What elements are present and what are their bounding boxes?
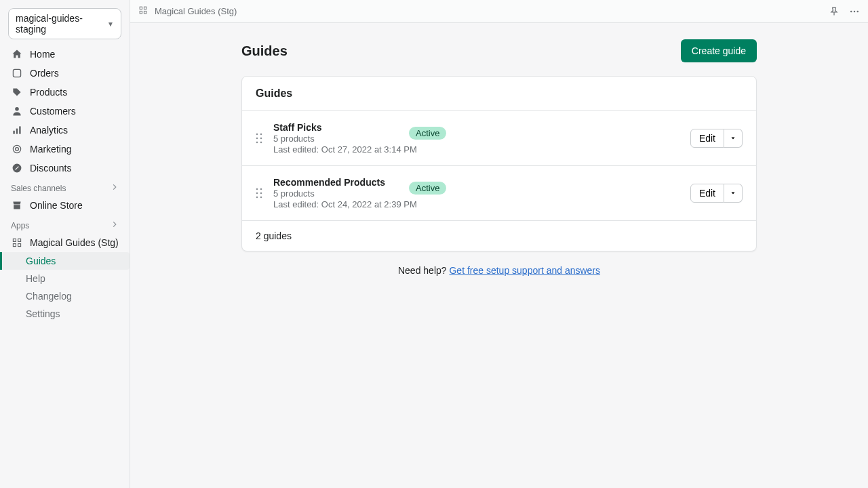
svg-rect-15: [144, 11, 146, 14]
svg-rect-8: [13, 239, 16, 241]
guide-last-edited: Last edited: Oct 27, 2022 at 3:14 PM: [273, 144, 446, 155]
edit-button[interactable]: Edit: [690, 129, 724, 148]
svg-rect-13: [144, 7, 146, 9]
main: Magical Guides (Stg) Guides Create guide…: [130, 0, 868, 488]
help-link[interactable]: Get free setup support and answers: [449, 265, 600, 276]
svg-point-30: [260, 197, 262, 199]
marketing-icon: [11, 143, 23, 155]
orders-icon: [11, 67, 23, 79]
customers-icon: [11, 105, 23, 117]
svg-point-28: [260, 192, 262, 195]
svg-point-23: [256, 142, 258, 144]
svg-point-20: [260, 134, 262, 136]
guide-row: Staff Picks 5 products Active Last edite…: [242, 111, 756, 166]
card-title: Guides: [242, 77, 756, 111]
nav-home[interactable]: Home: [0, 45, 130, 64]
create-guide-button[interactable]: Create guide: [681, 39, 757, 62]
help-line: Need help? Get free setup support and an…: [241, 265, 757, 276]
svg-point-18: [857, 10, 859, 12]
caret-down-icon: ▼: [107, 20, 114, 28]
svg-point-25: [256, 188, 258, 190]
section-sales-channels[interactable]: Sales channels: [0, 178, 130, 196]
subnav-guides[interactable]: Guides: [0, 252, 130, 270]
card-footer: 2 guides: [242, 221, 756, 251]
guide-products: 5 products: [273, 134, 409, 144]
nav-online-store[interactable]: Online Store: [0, 196, 130, 215]
nav-discounts[interactable]: Discounts: [0, 159, 130, 178]
nav-analytics[interactable]: Analytics: [0, 121, 130, 140]
svg-rect-10: [13, 244, 16, 247]
guide-title: Staff Picks: [273, 122, 409, 133]
products-icon: [11, 86, 23, 98]
svg-point-6: [16, 148, 19, 151]
edit-dropdown-button[interactable]: [724, 129, 743, 148]
status-badge: Active: [409, 182, 446, 195]
edit-dropdown-button[interactable]: [724, 184, 743, 203]
svg-rect-2: [13, 131, 14, 134]
svg-rect-14: [140, 11, 142, 14]
svg-point-22: [260, 138, 262, 140]
drag-handle-icon[interactable]: [256, 133, 265, 144]
page-title: Guides: [241, 43, 288, 59]
edit-button[interactable]: Edit: [690, 184, 724, 203]
svg-point-27: [256, 192, 258, 195]
svg-point-1: [15, 107, 19, 111]
app-grid-icon: [138, 5, 148, 17]
svg-point-16: [850, 10, 852, 12]
svg-rect-4: [19, 126, 20, 134]
topbar: Magical Guides (Stg): [130, 0, 868, 23]
app-subnav: Guides Help Changelog Settings: [0, 252, 130, 323]
guide-row: Recommended Products 5 products Active L…: [242, 166, 756, 221]
page-header: Guides Create guide: [241, 39, 757, 62]
svg-point-19: [256, 134, 258, 136]
store-icon: [11, 199, 23, 211]
svg-point-5: [13, 145, 20, 152]
chevron-right-icon: [111, 183, 119, 193]
nav-app-magical-guides[interactable]: Magical Guides (Stg): [0, 233, 130, 252]
svg-point-26: [260, 188, 262, 190]
nav-orders[interactable]: Orders: [0, 64, 130, 83]
topbar-title: Magical Guides (Stg): [155, 6, 237, 16]
subnav-changelog[interactable]: Changelog: [15, 287, 130, 305]
status-badge: Active: [409, 127, 446, 140]
analytics-icon: [11, 124, 23, 136]
svg-rect-3: [16, 129, 18, 134]
svg-rect-0: [13, 69, 20, 77]
more-icon[interactable]: [849, 6, 860, 17]
svg-point-29: [256, 197, 258, 199]
subnav-settings[interactable]: Settings: [15, 305, 130, 323]
subnav-help[interactable]: Help: [15, 270, 130, 287]
svg-point-24: [260, 142, 262, 144]
drag-handle-icon[interactable]: [256, 188, 265, 199]
sidebar: magical-guides-staging ▼ Home Orders Pro…: [0, 0, 130, 488]
guide-last-edited: Last edited: Oct 24, 2022 at 2:39 PM: [273, 199, 446, 209]
svg-rect-9: [18, 239, 21, 241]
guides-card: Guides Staff Picks 5 products Acti: [241, 76, 757, 251]
guide-title: Recommended Products: [273, 177, 409, 188]
nav-customers[interactable]: Customers: [0, 102, 130, 121]
svg-rect-11: [18, 244, 21, 247]
home-icon: [11, 48, 23, 60]
discounts-icon: [11, 162, 23, 174]
nav-products[interactable]: Products: [0, 83, 130, 102]
svg-point-17: [854, 10, 856, 12]
guide-products: 5 products: [273, 188, 409, 199]
svg-rect-12: [140, 7, 142, 9]
pin-icon[interactable]: [829, 6, 840, 17]
nav-marketing[interactable]: Marketing: [0, 140, 130, 159]
section-apps[interactable]: Apps: [0, 215, 130, 233]
app-icon: [11, 237, 23, 249]
store-selector[interactable]: magical-guides-staging ▼: [8, 8, 121, 39]
svg-point-21: [256, 138, 258, 140]
chevron-right-icon: [111, 220, 119, 230]
store-name: magical-guides-staging: [16, 13, 107, 35]
